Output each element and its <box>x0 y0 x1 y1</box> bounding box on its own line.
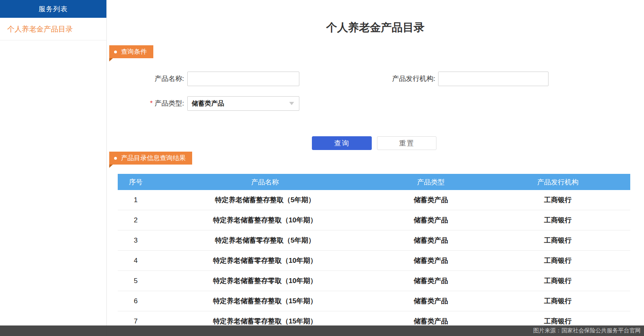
table-header-cell: 序号 <box>118 174 154 190</box>
results-table: 序号产品名称产品类型产品发行机构 1特定养老储蓄整存整取（5年期）储蓄类产品工商… <box>118 174 630 332</box>
table-row: 1特定养老储蓄整存整取（5年期）储蓄类产品工商银行 <box>118 190 630 210</box>
table-cell: 特定养老储蓄整存整取（15年期） <box>154 291 376 311</box>
table-cell: 特定养老储蓄零存整取（10年期） <box>154 251 376 271</box>
sidebar-item-label: 个人养老金产品目录 <box>7 24 73 34</box>
table-cell: 储蓄类产品 <box>376 251 485 271</box>
page: 服务列表 个人养老金产品目录 个人养老金产品目录 查询条件 产品名称: 产品发行… <box>0 0 644 336</box>
sidebar-header: 服务列表 <box>0 0 106 18</box>
table-row: 5特定养老储蓄整存零取（10年期）储蓄类产品工商银行 <box>118 271 630 291</box>
table-header-cell: 产品发行机构 <box>485 174 630 190</box>
sidebar-header-label: 服务列表 <box>39 4 68 14</box>
bullet-icon <box>114 51 117 53</box>
table-cell: 特定养老储蓄整存整取（5年期） <box>154 190 376 210</box>
product-type-select[interactable]: 储蓄类产品 <box>187 96 299 111</box>
table-row: 6特定养老储蓄整存整取（15年期）储蓄类产品工商银行 <box>118 291 630 311</box>
issuing-institution-input[interactable] <box>438 72 549 86</box>
table-row: 2特定养老储蓄整存整取（10年期）储蓄类产品工商银行 <box>118 210 630 230</box>
table-header-cell: 产品类型 <box>376 174 485 190</box>
required-asterisk: * <box>150 99 153 107</box>
table-cell: 特定养老储蓄零存整取（5年期） <box>154 230 376 251</box>
table-row: 4特定养老储蓄零存整取（10年期）储蓄类产品工商银行 <box>118 251 630 271</box>
table-cell: 储蓄类产品 <box>376 190 485 210</box>
table-cell: 3 <box>118 230 154 251</box>
table-cell: 工商银行 <box>485 210 630 230</box>
table-header-row: 序号产品名称产品类型产品发行机构 <box>118 174 630 190</box>
results-badge: 产品目录信息查询结果 <box>109 152 192 165</box>
sidebar: 服务列表 个人养老金产品目录 <box>0 0 107 336</box>
product-name-label: 产品名称: <box>113 72 184 86</box>
table-cell: 6 <box>118 291 154 311</box>
table-cell: 工商银行 <box>485 251 630 271</box>
results-badge-label: 产品目录信息查询结果 <box>121 154 186 163</box>
table-cell: 1 <box>118 190 154 210</box>
product-name-input[interactable] <box>187 72 299 86</box>
reset-button[interactable]: 重置 <box>377 136 436 150</box>
bullet-icon <box>114 157 117 160</box>
table-cell: 工商银行 <box>485 271 630 291</box>
page-title: 个人养老金产品目录 <box>107 20 644 35</box>
query-conditions-badge: 查询条件 <box>109 45 153 58</box>
table-cell: 工商银行 <box>485 190 630 210</box>
table-body: 1特定养老储蓄整存整取（5年期）储蓄类产品工商银行2特定养老储蓄整存整取（10年… <box>118 190 630 332</box>
watermark-text: 图片来源：国家社会保险公共服务平台官网 <box>533 327 641 334</box>
table-cell: 工商银行 <box>485 291 630 311</box>
issuing-institution-label: 产品发行机构: <box>364 72 435 86</box>
product-type-label: *产品类型: <box>113 96 184 111</box>
table-cell: 储蓄类产品 <box>376 271 485 291</box>
table-cell: 工商银行 <box>485 230 630 251</box>
table-cell: 储蓄类产品 <box>376 230 485 251</box>
table-cell: 特定养老储蓄整存整取（10年期） <box>154 210 376 230</box>
watermark-bar: 图片来源：国家社会保险公共服务平台官网 <box>0 325 644 336</box>
table-cell: 5 <box>118 271 154 291</box>
table-cell: 4 <box>118 251 154 271</box>
table-header-cell: 产品名称 <box>154 174 376 190</box>
sidebar-item-pension-product-catalog[interactable]: 个人养老金产品目录 <box>0 18 106 40</box>
table-cell: 2 <box>118 210 154 230</box>
query-button[interactable]: 查询 <box>312 136 372 150</box>
product-type-selected-value: 储蓄类产品 <box>192 99 224 108</box>
query-conditions-badge-label: 查询条件 <box>121 48 147 56</box>
table-row: 3特定养老储蓄零存整取（5年期）储蓄类产品工商银行 <box>118 230 630 251</box>
table-cell: 储蓄类产品 <box>376 291 485 311</box>
chevron-down-icon <box>289 102 294 105</box>
table-cell: 特定养老储蓄整存零取（10年期） <box>154 271 376 291</box>
table-cell: 储蓄类产品 <box>376 210 485 230</box>
